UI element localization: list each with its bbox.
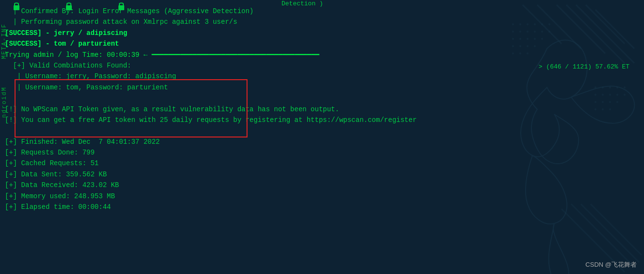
svg-rect-53	[66, 5, 72, 10]
lock-icon-3	[117, 1, 126, 11]
meta-inf-label: META-INF	[1, 23, 8, 59]
terminal-memory: [+] Memory used: 248.953 MB	[5, 191, 639, 202]
terminal-cached-requests: [+] Cached Requests: 51	[5, 158, 639, 169]
terminal-line-jerry-combo: | Username: jerry, Password: adipiscing	[5, 71, 639, 82]
terminal-line-success-jerry: [SUCCESS] - jerry / adipiscing	[5, 28, 639, 38]
terminal-data-sent: [+] Data Sent: 359.562 KB	[5, 169, 639, 180]
terminal-line-trying: Trying admin / log Time: 00:00:39 ← ━━━━…	[5, 50, 639, 60]
top-icons-row	[12, 1, 126, 11]
watermark: CSDN @飞花舞者	[585, 260, 637, 269]
terminal-line-success-tom: [SUCCESS] - tom / parturient	[5, 38, 639, 49]
android-label: ndroidM	[1, 86, 8, 118]
lock-icon-1	[12, 1, 21, 11]
terminal-finished: [+] Finished: Wed Dec 7 04:01:37 2022	[5, 137, 639, 147]
terminal-blank-2	[5, 125, 639, 136]
svg-rect-52	[14, 5, 19, 10]
terminal-wpscan-warning: [!] No WPScan API Token given, as a resu…	[5, 104, 639, 115]
terminal-data-received: [+] Data Received: 423.02 KB	[5, 180, 639, 190]
lock-icon-2	[65, 1, 73, 11]
terminal-requests-done: [+] Requests Done: 799	[5, 147, 639, 158]
detection-title: Detection )	[281, 0, 323, 7]
terminal-wpscan-register: [!] You can get a free API token with 25…	[5, 115, 639, 125]
svg-rect-54	[118, 5, 124, 10]
terminal-output: | Confirmed By: Login Error Messages (Ag…	[0, 0, 644, 274]
terminal-line-tom-combo: | Username: tom, Password: parturient	[5, 82, 639, 93]
terminal-blank-1	[5, 93, 639, 103]
terminal-elapsed: [+] Elapsed time: 00:00:44	[5, 202, 639, 212]
terminal-line-2: | Performing password attack on Xmlrpc a…	[5, 17, 639, 27]
progress-indicator: > (646 / 1121) 57.62% ET	[539, 63, 629, 70]
